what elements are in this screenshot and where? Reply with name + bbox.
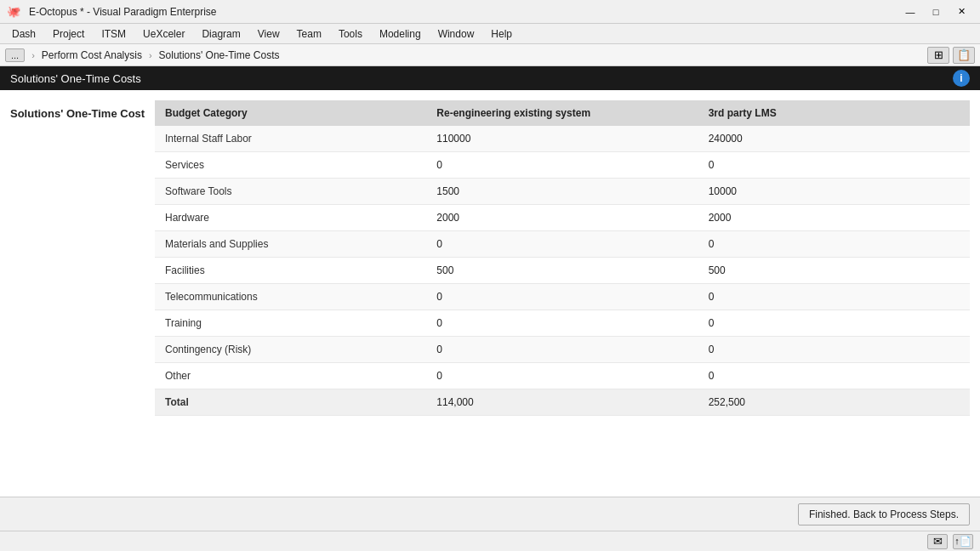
cell-col2-4: 0	[698, 231, 970, 258]
export-icon: ↑📄	[954, 536, 971, 547]
title-bar: 🐙 E-Octopus * - Visual Paradigm Enterpri…	[0, 0, 980, 24]
cell-col1-9: 0	[426, 363, 698, 389]
section-label: Solutions' One-Time Cost	[10, 100, 155, 120]
cell-category-6: Telecommunications	[155, 284, 426, 310]
menu-item-diagram[interactable]: Diagram	[193, 26, 248, 42]
cell-col1-10: 114,000	[426, 389, 698, 416]
menu-item-modeling[interactable]: Modeling	[371, 26, 430, 42]
email-icon-button[interactable]: ✉	[927, 534, 948, 549]
cell-col2-2: 10000	[698, 179, 970, 205]
cell-category-9: Other	[155, 363, 426, 389]
cell-col1-8: 0	[426, 337, 698, 363]
menu-item-itsm[interactable]: ITSM	[93, 26, 134, 42]
main-area: Solutions' One-Time Cost Budget Category…	[0, 90, 980, 497]
cell-col2-9: 0	[698, 363, 970, 389]
table-row: Software Tools150010000	[155, 179, 970, 205]
section-title: Solutions' One-Time Costs	[10, 72, 141, 85]
cell-col1-5: 500	[426, 258, 698, 284]
cell-category-2: Software Tools	[155, 179, 426, 205]
menu-item-view[interactable]: View	[249, 26, 288, 42]
cell-col2-5: 500	[698, 258, 970, 284]
cell-col2-0: 240000	[698, 126, 970, 152]
col-header-reengineering: Re-engineering existing system	[426, 100, 698, 126]
menu-item-project[interactable]: Project	[44, 26, 93, 42]
table-row: Materials and Supplies00	[155, 231, 970, 258]
email-icon: ✉	[933, 535, 943, 548]
breadcrumb-icon-grid[interactable]: ⊞	[927, 47, 949, 64]
breadcrumb-icon-group: ⊞ 📋	[927, 47, 975, 64]
cell-category-10: Total	[155, 389, 426, 416]
menu-item-team[interactable]: Team	[288, 26, 330, 42]
table-row: Total114,000252,500	[155, 389, 970, 416]
window-title: E-Octopus * - Visual Paradigm Enterprise	[26, 6, 898, 18]
table-header-row: Budget Category Re-engineering existing …	[155, 100, 970, 126]
cell-col2-10: 252,500	[698, 389, 970, 416]
cell-category-3: Hardware	[155, 205, 426, 231]
export-icon-button[interactable]: ↑📄	[953, 534, 973, 549]
cell-col2-6: 0	[698, 284, 970, 310]
cost-table: Budget Category Re-engineering existing …	[155, 100, 970, 416]
table-row: Services00	[155, 152, 970, 179]
cell-col1-1: 0	[426, 152, 698, 179]
table-row: Facilities500500	[155, 258, 970, 284]
menu-item-help[interactable]: Help	[482, 26, 521, 42]
cell-col1-6: 0	[426, 284, 698, 310]
breadcrumb-ellipsis[interactable]: ...	[5, 48, 25, 62]
close-button[interactable]: ✕	[949, 3, 973, 20]
status-bar: ✉ ↑📄	[0, 531, 980, 551]
breadcrumb-bar: ... › Perform Cost Analysis › Solutions'…	[0, 44, 980, 66]
table-row: Contingency (Risk)00	[155, 337, 970, 363]
menu-item-tools[interactable]: Tools	[330, 26, 371, 42]
cell-col1-7: 0	[426, 310, 698, 337]
cell-category-5: Facilities	[155, 258, 426, 284]
cell-category-1: Services	[155, 152, 426, 179]
cell-category-0: Internal Staff Labor	[155, 126, 426, 152]
table-row: Training00	[155, 310, 970, 337]
cell-category-8: Contingency (Risk)	[155, 337, 426, 363]
table-row: Telecommunications00	[155, 284, 970, 310]
menu-item-dash[interactable]: Dash	[3, 26, 44, 42]
table-header: Budget Category Re-engineering existing …	[155, 100, 970, 126]
cost-table-body: Internal Staff Labor110000240000Services…	[155, 126, 970, 416]
col-header-budget-category: Budget Category	[155, 100, 426, 126]
breadcrumb-arrow-1: ›	[31, 50, 35, 60]
maximize-button[interactable]: □	[924, 3, 948, 20]
cell-col2-1: 0	[698, 152, 970, 179]
cell-col1-0: 110000	[426, 126, 698, 152]
cell-col2-7: 0	[698, 310, 970, 337]
breadcrumb-solutions-one-time-costs[interactable]: Solutions' One-Time Costs	[156, 49, 283, 61]
table-row: Other00	[155, 363, 970, 389]
app-container: 🐙 E-Octopus * - Visual Paradigm Enterpri…	[0, 0, 980, 551]
cell-col1-4: 0	[426, 231, 698, 258]
section-header: Solutions' One-Time Costs i	[0, 66, 980, 90]
minimize-button[interactable]: —	[898, 3, 922, 20]
cell-col2-3: 2000	[698, 205, 970, 231]
window-controls: — □ ✕	[898, 3, 973, 20]
cell-category-4: Materials and Supplies	[155, 231, 426, 258]
breadcrumb-perform-cost-analysis[interactable]: Perform Cost Analysis	[38, 49, 145, 61]
breadcrumb-arrow-2: ›	[149, 50, 152, 60]
cell-col1-3: 2000	[426, 205, 698, 231]
content-wrapper: Solutions' One-Time Costs i Solutions' O…	[0, 66, 980, 551]
table-row: Hardware20002000	[155, 205, 970, 231]
table-row: Internal Staff Labor110000240000	[155, 126, 970, 152]
bottom-bar: Finished. Back to Process Steps.	[0, 497, 980, 531]
menu-bar: DashProjectITSMUeXcelerDiagramViewTeamTo…	[0, 24, 980, 44]
cell-col2-8: 0	[698, 337, 970, 363]
info-icon[interactable]: i	[953, 70, 970, 87]
menu-item-window[interactable]: Window	[430, 26, 483, 42]
finished-button[interactable]: Finished. Back to Process Steps.	[798, 503, 970, 525]
main-content: Solutions' One-Time Cost Budget Category…	[0, 90, 980, 497]
breadcrumb-icon-doc[interactable]: 📋	[953, 47, 975, 64]
cell-category-7: Training	[155, 310, 426, 337]
col-header-3rd-party-lms: 3rd party LMS	[698, 100, 970, 126]
menu-item-uexceler[interactable]: UeXceler	[134, 26, 193, 42]
cell-col1-2: 1500	[426, 179, 698, 205]
